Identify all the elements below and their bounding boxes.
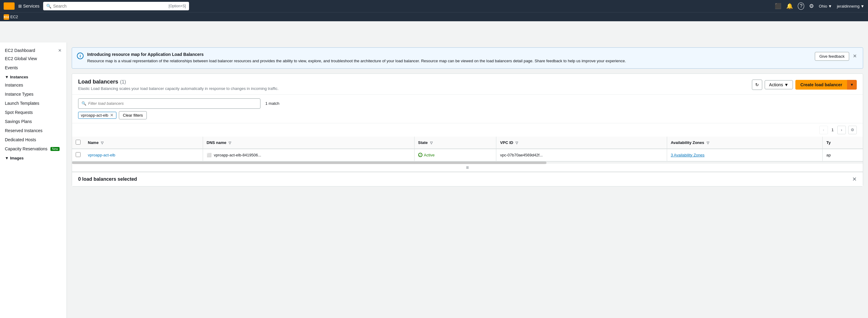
col-header-dns[interactable]: DNS name ▽	[203, 137, 414, 149]
sidebar-instances-section[interactable]: ▼ Instances	[0, 72, 67, 81]
create-lb-arrow-button[interactable]: ▼	[847, 80, 857, 90]
actions-label: Actions	[769, 82, 783, 87]
region-selector[interactable]: Ohio ▼	[819, 4, 832, 8]
dns-sort-icon: ▽	[228, 141, 231, 145]
services-menu[interactable]: ⊞ Services	[18, 4, 39, 8]
bell-icon[interactable]: 🔔	[786, 3, 793, 9]
col-header-az[interactable]: Availability Zones ▽	[667, 137, 823, 149]
drag-handle[interactable]: ≡	[72, 164, 863, 171]
sidebar-spot-requests-label: Spot Requests	[5, 110, 33, 115]
info-icon: i	[77, 53, 84, 61]
actions-button[interactable]: Actions ▼	[765, 80, 793, 89]
lb-panel-subtitle: Elastic Load Balancing scales your load …	[78, 86, 279, 91]
sidebar-item-launch-templates[interactable]: Launch Templates	[0, 99, 67, 108]
service-name: EC2	[10, 14, 18, 19]
name-sort-icon: ▽	[101, 141, 103, 145]
table-row: vproapp-act-elb ⬜ vproapp-act-elb-841950…	[72, 149, 863, 161]
search-bar[interactable]: 🔍 [Option+S]	[43, 2, 189, 10]
info-banner-actions: Give feedback ✕	[815, 52, 858, 61]
filter-tag-close-btn[interactable]: ✕	[110, 113, 114, 117]
row-checkbox[interactable]	[76, 152, 81, 157]
bottom-panel-close-btn[interactable]: ✕	[852, 176, 857, 183]
new-badge: New	[51, 147, 60, 151]
sidebar-item-spot-requests[interactable]: Spot Requests	[0, 108, 67, 117]
sidebar-events-label: Events	[5, 65, 18, 70]
actions-arrow-icon: ▼	[784, 82, 789, 87]
lb-table: Name ▽ DNS name ▽ State ▽ VPC ID ▽ Avail	[72, 137, 863, 161]
search-input[interactable]	[53, 4, 167, 8]
sidebar: EC2 Dashboard ✕ EC2 Global View Events ▼…	[0, 42, 67, 318]
service-breadcrumb[interactable]: EC2 EC2	[4, 14, 18, 20]
info-banner-title: Introducing resource map for Application…	[87, 52, 811, 57]
give-feedback-button[interactable]: Give feedback	[815, 52, 849, 61]
select-all-checkbox[interactable]	[76, 140, 81, 145]
filter-match-count: 1 match	[265, 101, 279, 106]
create-lb-button[interactable]: Create load balancer	[795, 80, 847, 90]
sidebar-launch-templates-label: Launch Templates	[5, 101, 39, 106]
sidebar-dedicated-hosts-label: Dedicated Hosts	[5, 137, 36, 142]
ec2-icon: EC2	[4, 14, 9, 20]
state-sort-icon: ▽	[430, 141, 432, 145]
page-settings-button[interactable]: ⚙	[848, 126, 857, 134]
state-value: Active	[424, 153, 435, 157]
sidebar-item-dedicated-hosts[interactable]: Dedicated Hosts	[0, 135, 67, 144]
dns-name-value: vproapp-act-elb-8419506...	[214, 153, 261, 157]
col-header-type: Ty	[823, 137, 863, 149]
filter-input-wrap[interactable]: 🔍	[78, 98, 260, 109]
vpc-sort-icon: ▽	[516, 141, 518, 145]
row-az-cell: 3 Availability Zones	[667, 149, 823, 161]
sidebar-item-events[interactable]: Events	[0, 63, 67, 72]
lb-table-head: Name ▽ DNS name ▽ State ▽ VPC ID ▽ Avail	[72, 137, 863, 149]
table-scrollbar[interactable]	[72, 161, 863, 164]
az-link[interactable]: 3 Availability Zones	[671, 153, 705, 157]
search-icon: 🔍	[46, 4, 51, 8]
lb-panel-title-row: Load balancers (1)	[78, 79, 279, 85]
lb-name-link[interactable]: vproapp-act-elb	[88, 153, 115, 157]
create-lb-group: Create load balancer ▼	[795, 80, 857, 90]
sidebar-close-btn[interactable]: ✕	[58, 48, 62, 53]
sidebar-global-view-label: EC2 Global View	[5, 56, 37, 61]
row-vpc-cell: vpc-07b70ae4569d42f...	[496, 149, 667, 161]
col-header-vpc[interactable]: VPC ID ▽	[496, 137, 667, 149]
sidebar-reserved-instances-label: Reserved Instances	[5, 128, 42, 133]
gear-icon[interactable]: ⚙	[809, 3, 814, 9]
sidebar-item-reserved-instances[interactable]: Reserved Instances	[0, 126, 67, 135]
sidebar-top: EC2 Dashboard ✕	[0, 45, 67, 54]
sidebar-images-section[interactable]: ▼ Images	[0, 153, 67, 162]
sidebar-item-capacity-reservations[interactable]: Capacity Reservations New	[0, 144, 67, 153]
sidebar-dashboard[interactable]: EC2 Dashboard	[5, 48, 35, 53]
services-label: Services	[23, 4, 39, 8]
help-icon[interactable]: ?	[798, 2, 804, 10]
filter-input[interactable]	[88, 101, 257, 106]
top-navigation: ⊞ Services 🔍 [Option+S] ⬛ 🔔 ? ⚙ Ohio ▼ j…	[0, 0, 868, 12]
lb-panel-title: Load balancers	[78, 79, 118, 85]
sidebar-item-instance-types[interactable]: Instance Types	[0, 90, 67, 99]
bottom-panel: 0 load balancers selected ✕	[72, 171, 863, 186]
row-select-cell	[72, 149, 84, 161]
user-label: jeraldinnemg	[837, 4, 860, 8]
az-sort-icon: ▽	[707, 141, 709, 145]
sidebar-item-global-view[interactable]: EC2 Global View	[0, 54, 67, 63]
type-value: ap	[826, 153, 831, 157]
select-all-col	[72, 137, 84, 149]
aws-logo[interactable]	[4, 2, 14, 10]
row-name-cell: vproapp-act-elb	[84, 149, 203, 161]
sidebar-item-instances[interactable]: Instances	[0, 81, 67, 90]
refresh-button[interactable]: ↻	[752, 80, 762, 90]
vpc-id-value: vpc-07b70ae4569d42f...	[500, 153, 542, 157]
sidebar-instance-types-label: Instance Types	[5, 92, 33, 97]
prev-page-button[interactable]: ‹	[819, 126, 828, 134]
main-layout: EC2 Dashboard ✕ EC2 Global View Events ▼…	[0, 42, 868, 318]
terminal-icon[interactable]: ⬛	[775, 3, 781, 9]
clear-filters-button[interactable]: Clear filters	[119, 111, 147, 119]
filter-search-icon: 🔍	[82, 101, 86, 106]
close-banner-button[interactable]: ✕	[851, 52, 858, 60]
search-shortcut: [Option+S]	[169, 4, 186, 8]
lb-filter-area: 🔍 1 match vproapp-act-elb ✕ Clear filter…	[72, 95, 863, 123]
next-page-button[interactable]: ›	[837, 126, 846, 134]
col-header-state[interactable]: State ▽	[414, 137, 496, 149]
user-menu[interactable]: jeraldinnemg ▼	[837, 4, 864, 8]
col-header-name[interactable]: Name ▽	[84, 137, 203, 149]
sidebar-item-savings-plans[interactable]: Savings Plans	[0, 117, 67, 126]
info-banner: i Introducing resource map for Applicati…	[72, 47, 863, 69]
